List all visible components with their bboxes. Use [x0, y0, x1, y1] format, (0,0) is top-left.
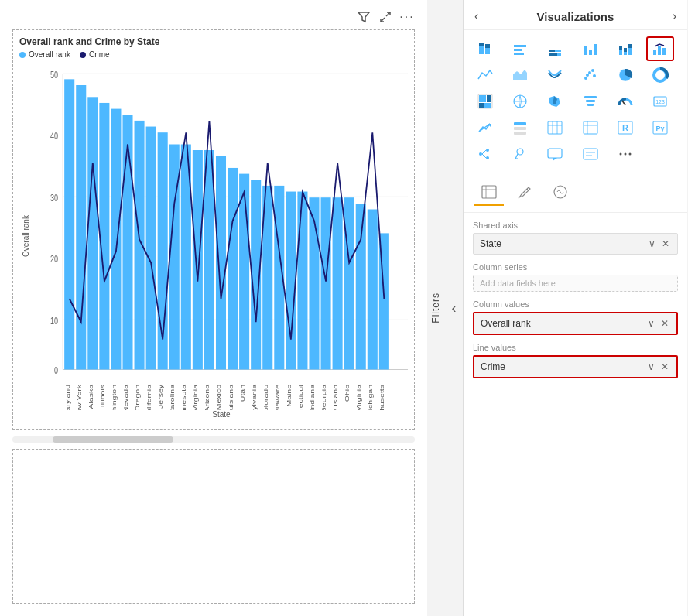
viz-icon-more[interactable]	[611, 142, 639, 166]
column-values-actions: ∨ ✕	[646, 317, 670, 330]
svg-rect-92	[658, 46, 661, 55]
filters-panel: Filters	[427, 0, 445, 616]
viz-icon-stacked-bar-2[interactable]	[541, 36, 569, 61]
viz-icon-column[interactable]	[577, 36, 604, 61]
viz-icon-matrix[interactable]	[577, 115, 604, 140]
collapse-left-arrow[interactable]: ‹	[445, 0, 463, 616]
chart-inner: 50 40 30 20 10 0	[35, 62, 408, 410]
legend-label-crime: Crime	[89, 50, 110, 59]
viz-icon-python[interactable]: Py	[646, 115, 674, 140]
viz-icon-ribbon[interactable]	[541, 63, 569, 87]
viz-icon-stacked-bar[interactable]	[471, 36, 499, 61]
line-values-remove[interactable]: ✕	[659, 361, 670, 373]
svg-rect-89	[628, 48, 632, 55]
svg-rect-71	[479, 46, 484, 54]
svg-rect-17	[87, 97, 98, 369]
svg-rect-75	[514, 45, 526, 47]
viz-icon-qa[interactable]	[541, 142, 569, 166]
svg-rect-111	[587, 104, 594, 106]
chart-panel: ··· Overall rank and Crime by State Over…	[0, 0, 427, 616]
svg-text:Oregon: Oregon	[135, 385, 141, 410]
shared-axis-remove[interactable]: ✕	[660, 238, 671, 250]
chart-legend: Overall rank Crime	[19, 50, 408, 59]
viz-icon-filled-map[interactable]	[541, 89, 569, 114]
viz-icon-pie[interactable]	[611, 63, 639, 87]
chart-title: Overall rank and Crime by State	[19, 36, 408, 47]
viz-icons-grid: 123 R Py	[464, 30, 687, 173]
svg-rect-105	[479, 103, 484, 108]
viz-header: ‹ Visualizations ›	[464, 0, 687, 30]
chart-scrollbar[interactable]	[12, 436, 415, 443]
svg-point-136	[517, 149, 523, 155]
svg-rect-81	[549, 53, 557, 56]
viz-icon-map[interactable]	[506, 89, 534, 114]
filter-icon[interactable]	[356, 9, 371, 25]
svg-rect-118	[514, 127, 526, 130]
line-values-field[interactable]: Crime ∨ ✕	[473, 355, 678, 378]
column-series-placeholder[interactable]: Add data fields here	[473, 275, 678, 292]
chart-scrollbar-thumb[interactable]	[53, 436, 173, 443]
svg-rect-34	[286, 192, 296, 370]
svg-text:Maine: Maine	[286, 385, 293, 407]
svg-rect-74	[485, 44, 490, 48]
viz-icon-scatter[interactable]	[577, 63, 604, 87]
svg-rect-16	[76, 85, 86, 370]
line-values-chevron[interactable]: ∨	[646, 361, 656, 373]
svg-rect-86	[619, 46, 622, 50]
shared-axis-actions: ∨ ✕	[647, 238, 671, 250]
viz-icon-donut[interactable]	[646, 63, 674, 87]
viz-panel-title: Visualizations	[537, 10, 614, 23]
viz-icon-area[interactable]	[506, 63, 534, 87]
svg-point-95	[584, 77, 587, 80]
more-options-icon[interactable]: ···	[399, 9, 415, 25]
line-values-value: Crime	[481, 361, 505, 372]
svg-text:South Carolina: South Carolina	[169, 385, 176, 410]
viz-icon-key-influencers[interactable]	[506, 142, 534, 166]
svg-text:Arizona: Arizona	[204, 385, 211, 410]
svg-text:Pennsylvania: Pennsylvania	[251, 385, 257, 410]
column-values-remove[interactable]: ✕	[659, 317, 670, 330]
svg-rect-79	[549, 50, 555, 52]
svg-point-98	[591, 69, 594, 72]
svg-line-137	[515, 154, 518, 159]
viz-icon-table[interactable]	[541, 115, 569, 140]
viz-icon-treemap[interactable]	[471, 89, 499, 114]
viz-icon-kpi[interactable]	[471, 115, 499, 140]
expand-icon[interactable]	[378, 9, 393, 25]
tab-format[interactable]	[510, 180, 539, 206]
column-values-field[interactable]: Overall rank ∨ ✕	[473, 312, 678, 335]
viz-icon-slicer[interactable]	[506, 115, 534, 140]
viz-icon-stacked-column[interactable]	[611, 36, 639, 61]
svg-rect-87	[624, 52, 627, 55]
viz-icon-card[interactable]: 123	[646, 89, 674, 114]
svg-rect-41	[368, 210, 378, 370]
dashed-section	[12, 449, 415, 604]
viz-icon-decomp-tree[interactable]	[471, 142, 499, 166]
column-values-label: Column values	[473, 299, 678, 309]
svg-rect-88	[624, 48, 627, 52]
svg-rect-29	[228, 168, 238, 370]
svg-rect-117	[514, 122, 526, 125]
viz-icon-funnel[interactable]	[577, 89, 604, 114]
svg-rect-22	[146, 127, 156, 370]
tab-analytics[interactable]	[546, 180, 575, 206]
viz-nav-right[interactable]: ›	[673, 9, 676, 23]
viz-nav-left[interactable]: ‹	[474, 9, 478, 23]
shared-axis-chevron[interactable]: ∨	[647, 238, 657, 250]
svg-rect-124	[584, 121, 597, 134]
svg-text:Maryland: Maryland	[64, 385, 70, 410]
shared-axis-field[interactable]: State ∨ ✕	[473, 233, 678, 255]
column-values-chevron[interactable]: ∨	[646, 317, 656, 330]
viz-icon-smart-narrative[interactable]	[577, 142, 604, 166]
svg-point-145	[624, 153, 626, 156]
svg-rect-103	[479, 95, 486, 102]
viz-icon-line[interactable]	[471, 63, 499, 87]
viz-icon-r-visual[interactable]: R	[611, 115, 639, 140]
viz-icon-combo-selected[interactable]	[646, 36, 674, 61]
svg-text:Georgia: Georgia	[321, 385, 327, 410]
viz-icon-gauge[interactable]	[611, 89, 639, 114]
x-axis-label: State	[35, 410, 408, 419]
viz-icon-bar[interactable]	[506, 36, 534, 61]
tab-fields[interactable]	[474, 180, 504, 206]
svg-text:New Mexico: New Mexico	[216, 385, 222, 410]
